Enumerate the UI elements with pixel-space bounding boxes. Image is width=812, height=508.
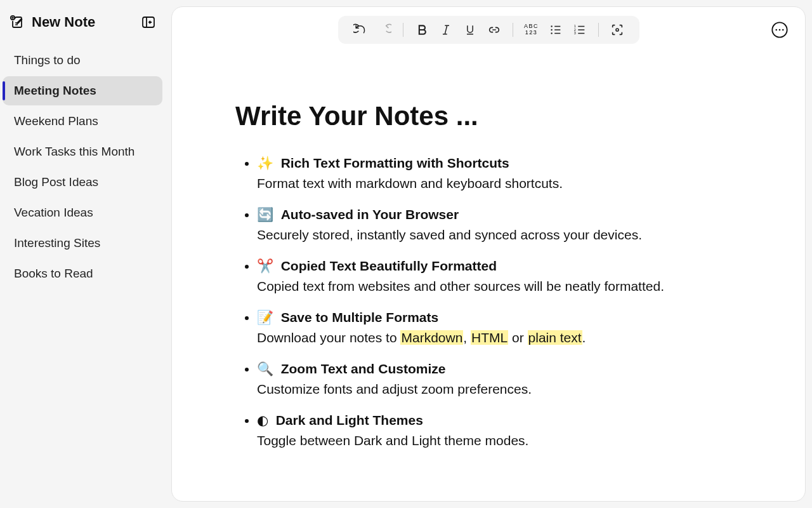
feature-title: Copied Text Beautifully Formatted	[281, 258, 497, 273]
italic-button[interactable]	[434, 18, 458, 42]
collapse-sidebar-icon	[141, 15, 156, 30]
focus-mode-button[interactable]	[605, 18, 629, 42]
svg-text:3: 3	[573, 31, 575, 35]
note-list: Things to do Meeting Notes Weekend Plans…	[0, 46, 165, 288]
feature-desc: Copied text from websites and other sour…	[257, 279, 664, 293]
new-note-label: New Note	[32, 14, 95, 30]
sidebar-header: New Note	[0, 14, 165, 34]
bullet-list-icon	[549, 23, 563, 37]
feature-desc: Download your notes to Markdown, HTML or…	[257, 330, 586, 345]
underline-icon	[464, 23, 476, 36]
feature-item: 🔍 Zoom Text and Customize Customize font…	[257, 359, 742, 399]
svg-point-10	[775, 29, 777, 31]
feature-desc: Toggle between Dark and Light theme mode…	[257, 433, 528, 448]
numbered-list-icon: 123	[573, 23, 587, 37]
bullet-list-button[interactable]	[544, 18, 568, 42]
note-content[interactable]: Write Your Notes ... ✨ Rich Text Formatt…	[172, 44, 805, 474]
note-item-books-to-read[interactable]: Books to Read	[3, 259, 162, 288]
note-item-things-to-do[interactable]: Things to do	[3, 46, 162, 75]
toolbar: ABC 123 123	[338, 16, 639, 44]
sidebar: New Note Things to do Meeting Notes Week…	[0, 0, 165, 508]
new-note-icon	[9, 15, 24, 30]
focus-icon	[610, 23, 624, 37]
feature-emoji: ◐	[257, 413, 268, 427]
feature-item: ✂️ Copied Text Beautifully Formatted Cop…	[257, 256, 742, 296]
numbered-list-button[interactable]: 123	[568, 18, 592, 42]
feature-emoji: 🔍	[257, 361, 273, 376]
feature-item: 🔄 Auto-saved in Your Browser Securely st…	[257, 204, 742, 244]
feature-title: Rich Text Formatting with Shortcuts	[281, 156, 509, 170]
undo-button[interactable]	[348, 18, 372, 42]
note-item-vecation-ideas[interactable]: Vecation Ideas	[3, 198, 162, 227]
feature-title: Dark and Light Themes	[276, 413, 423, 427]
feature-desc: Customize fonts and adjust zoom preferen…	[257, 382, 532, 396]
feature-list: ✨ Rich Text Formatting with Shortcuts Fo…	[235, 153, 742, 450]
note-item-weekend-plans[interactable]: Weekend Plans	[3, 107, 162, 136]
feature-title: Save to Multiple Formats	[281, 310, 439, 324]
feature-emoji: ✨	[257, 156, 273, 170]
feature-emoji: 📝	[257, 310, 273, 324]
separator	[403, 23, 403, 37]
svg-point-11	[779, 29, 781, 31]
note-item-blog-post-ideas[interactable]: Blog Post Ideas	[3, 168, 162, 197]
redo-icon	[377, 23, 391, 37]
more-options-button[interactable]	[771, 21, 789, 41]
undo-icon	[353, 23, 367, 37]
separator	[598, 23, 599, 37]
feature-desc: Securely stored, instantly saved and syn…	[257, 227, 642, 242]
svg-point-8	[615, 29, 618, 31]
feature-item: ✨ Rich Text Formatting with Shortcuts Fo…	[257, 153, 742, 193]
svg-point-4	[551, 32, 552, 34]
feature-title: Auto-saved in Your Browser	[281, 207, 459, 222]
note-item-work-tasks[interactable]: Work Tasks this Month	[3, 137, 162, 166]
feature-emoji: 🔄	[257, 207, 273, 222]
feature-item: 📝 Save to Multiple Formats Download your…	[257, 307, 742, 347]
more-options-icon	[771, 21, 789, 39]
svg-point-12	[782, 29, 784, 31]
link-button[interactable]	[482, 18, 506, 42]
note-item-meeting-notes[interactable]: Meeting Notes	[3, 76, 162, 105]
italic-icon	[440, 23, 452, 36]
svg-point-2	[551, 25, 552, 27]
editor-panel: ABC 123 123 Write Your Notes ... ✨ Rich …	[171, 6, 806, 502]
redo-button[interactable]	[372, 18, 396, 42]
collapse-sidebar-button[interactable]	[141, 15, 156, 30]
link-icon	[487, 23, 501, 37]
bold-button[interactable]	[410, 18, 434, 42]
note-item-interesting-sites[interactable]: Interesting Sites	[3, 229, 162, 258]
feature-title: Zoom Text and Customize	[281, 361, 446, 376]
feature-desc: Format text with markdown and keyboard s…	[257, 176, 563, 190]
feature-item: ◐ Dark and Light Themes Toggle between D…	[257, 410, 742, 450]
note-heading: Write Your Notes ...	[235, 101, 742, 131]
spellcheck-button[interactable]: ABC 123	[520, 23, 544, 36]
bold-icon	[416, 23, 428, 36]
svg-point-3	[551, 29, 552, 30]
underline-button[interactable]	[458, 18, 482, 42]
new-note-button[interactable]: New Note	[9, 14, 95, 30]
separator	[513, 23, 513, 37]
feature-emoji: ✂️	[257, 258, 273, 273]
spellcheck-line2: 123	[525, 30, 538, 36]
